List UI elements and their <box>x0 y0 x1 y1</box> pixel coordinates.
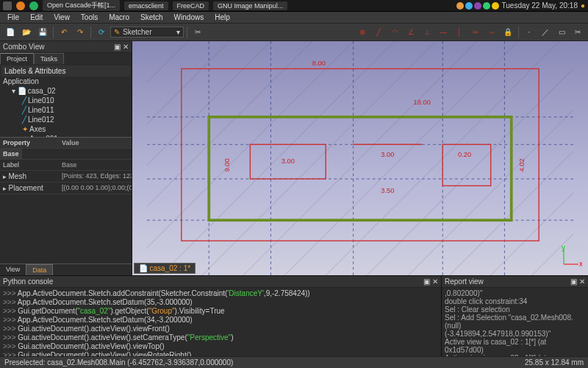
tray-icon[interactable] <box>483 2 490 10</box>
chevron-down-icon: ▾ <box>176 28 180 36</box>
report-view: Report view▣ ✕ ,0.802000)"double click c… <box>441 276 588 356</box>
close-icon[interactable]: ▣ ✕ <box>114 43 129 51</box>
constraint-equal-icon[interactable]: ═ <box>468 25 483 40</box>
svg-text:9.00: 9.00 <box>223 158 231 171</box>
panel-title: Combo View <box>3 43 45 51</box>
svg-text:x: x <box>579 260 582 268</box>
tab-data[interactable]: Data <box>26 264 53 275</box>
tab-project[interactable]: Project <box>0 53 34 64</box>
project-tree[interactable]: Labels & Attributes Application ▾ 📄 casa… <box>0 64 132 137</box>
firefox-icon[interactable] <box>16 1 25 10</box>
separator <box>518 26 519 38</box>
geom-line-icon[interactable]: ／ <box>538 25 553 40</box>
tray-icon[interactable] <box>492 2 499 10</box>
constraint-dist-icon[interactable]: ↔ <box>484 25 499 40</box>
tree-item[interactable]: ✦ Axes <box>1 124 130 134</box>
system-tray <box>456 2 499 10</box>
menu-edit[interactable]: Edit <box>26 12 47 23</box>
constraint-perp-icon[interactable]: ⊥ <box>420 25 434 40</box>
3d-viewport[interactable]: 8.00 18.00 3.00 3.00 3.50 9.00 0.20 4.02… <box>132 41 588 275</box>
tree-item[interactable]: ╱ Line011 <box>1 105 130 115</box>
tray-icon[interactable] <box>456 2 464 10</box>
open-icon[interactable]: 📂 <box>19 25 34 40</box>
menu-tools[interactable]: Tools <box>76 12 102 23</box>
document-tab[interactable]: 📄 casa_02 : 1* <box>134 263 196 274</box>
geom-trim-icon[interactable]: ✂ <box>570 25 585 40</box>
taskbar-tab[interactable]: FreeCAD <box>173 1 209 10</box>
constraint-vert-icon[interactable]: │ <box>452 25 467 40</box>
svg-text:3.50: 3.50 <box>381 187 394 194</box>
console-output[interactable]: >>> App.ActiveDocument.Sketch.addConstra… <box>0 288 441 356</box>
menu-help[interactable]: Help <box>210 12 234 23</box>
prop-row[interactable]: LabelBase <box>0 160 132 171</box>
svg-text:4.02: 4.02 <box>518 158 526 171</box>
workbench-label: Sketcher <box>123 28 151 36</box>
refresh-icon[interactable]: ⟳ <box>94 25 109 40</box>
separator <box>187 26 187 38</box>
main-toolbar: 📄 📂 💾 ↶ ↷ ⟳ ✎ Sketcher ▾ ✂ ⊕ ╱ ◠ ∠ ⊥ — │… <box>0 24 588 41</box>
tray-icon[interactable] <box>465 2 473 10</box>
svg-rect-0 <box>147 41 573 275</box>
panel-header: Combo View ▣ ✕ <box>0 41 132 53</box>
svg-text:8.00: 8.00 <box>312 60 326 67</box>
close-icon[interactable]: ▣ ✕ <box>423 277 438 286</box>
svg-text:3.00: 3.00 <box>381 151 394 158</box>
status-dimensions: 25.85 x 12.84 mm <box>525 358 584 367</box>
menu-bar: File Edit View Tools Macro Sketch Window… <box>0 12 588 24</box>
new-icon[interactable]: 📄 <box>3 25 18 40</box>
redo-icon[interactable]: ↷ <box>73 25 87 40</box>
constraint-arc-icon[interactable]: ◠ <box>387 25 402 40</box>
undo-icon[interactable]: ↶ <box>57 25 71 40</box>
prop-group: Base <box>0 149 22 159</box>
separator <box>53 26 54 38</box>
taskbar-tab[interactable]: Open Cascade手帳[1... <box>43 0 120 11</box>
prop-row[interactable]: ▸ Placement[(0.00 0.00 1.00);0.00;(0-... <box>0 183 132 194</box>
taskbar-tab[interactable]: GNU Image Manipul... <box>213 1 287 10</box>
constraint-lock-icon[interactable]: 🔒 <box>501 25 515 40</box>
menu-sketch[interactable]: Sketch <box>136 12 168 23</box>
status-bar: Preselected: casa_02.Mesh008.Main (-6.45… <box>0 356 588 368</box>
status-preselect: Preselected: casa_02.Mesh008.Main (-6.45… <box>4 358 233 367</box>
menu-macro[interactable]: Macro <box>104 12 134 23</box>
geom-point-icon[interactable]: · <box>522 25 537 40</box>
constraint-line-icon[interactable]: ╱ <box>371 25 386 40</box>
col-value: Value <box>59 138 132 148</box>
col-property: Property <box>0 138 59 148</box>
menu-icon[interactable] <box>3 1 12 10</box>
svg-text:0.20: 0.20 <box>458 151 471 158</box>
prop-row[interactable]: ▸ Mesh[Points: 423, Edges: 1236 ... <box>0 171 132 183</box>
constraint-horiz-icon[interactable]: — <box>436 25 451 40</box>
workbench-selector[interactable]: ✎ Sketcher ▾ <box>110 26 184 38</box>
report-output: ,0.802000)"double click constraint:34Sel… <box>442 288 588 356</box>
svg-text:y: y <box>562 246 565 252</box>
clock: Tuesday 22 May, 20:18 <box>502 1 578 10</box>
tree-item[interactable]: ╱ Line010 <box>1 96 130 105</box>
save-icon[interactable]: 💾 <box>35 25 50 40</box>
cut-icon[interactable]: ✂ <box>190 25 205 40</box>
combo-view-panel: Combo View ▣ ✕ Project Tasks Labels & At… <box>0 41 132 275</box>
svg-text:3.00: 3.00 <box>282 158 295 165</box>
tree-item[interactable]: ╱ Line012 <box>1 115 130 124</box>
tree-header: Labels & Attributes <box>1 66 130 77</box>
taskbar-tab[interactable]: emacsclient <box>124 1 168 10</box>
menu-view[interactable]: View <box>49 12 74 23</box>
sketch-canvas[interactable]: 8.00 18.00 3.00 3.00 3.50 9.00 0.20 4.02 <box>132 41 588 275</box>
tab-tasks[interactable]: Tasks <box>34 53 64 64</box>
tray-icon[interactable] <box>474 2 481 10</box>
geom-rect-icon[interactable]: ▭ <box>554 25 569 40</box>
menu-file[interactable]: File <box>3 12 24 23</box>
power-icon[interactable]: ● <box>581 1 585 10</box>
constraint-icon[interactable]: ⊕ <box>355 25 370 40</box>
constraint-angle-icon[interactable]: ∠ <box>404 25 418 40</box>
os-top-bar: Open Cascade手帳[1... emacsclient FreeCAD … <box>0 0 588 12</box>
separator <box>90 26 91 38</box>
viewport-tabs: 📄 casa_02 : 1* <box>134 263 196 274</box>
app-icon[interactable] <box>29 1 38 10</box>
menu-windows[interactable]: Windows <box>170 12 209 23</box>
tree-document[interactable]: ▾ 📄 casa_02 <box>1 86 130 96</box>
combo-tabs: Project Tasks <box>0 53 132 64</box>
panel-title: Report view <box>445 277 484 286</box>
python-console[interactable]: Python console▣ ✕ >>> App.ActiveDocument… <box>0 276 441 356</box>
close-icon[interactable]: ▣ ✕ <box>570 277 585 286</box>
tab-view[interactable]: View <box>0 264 26 275</box>
